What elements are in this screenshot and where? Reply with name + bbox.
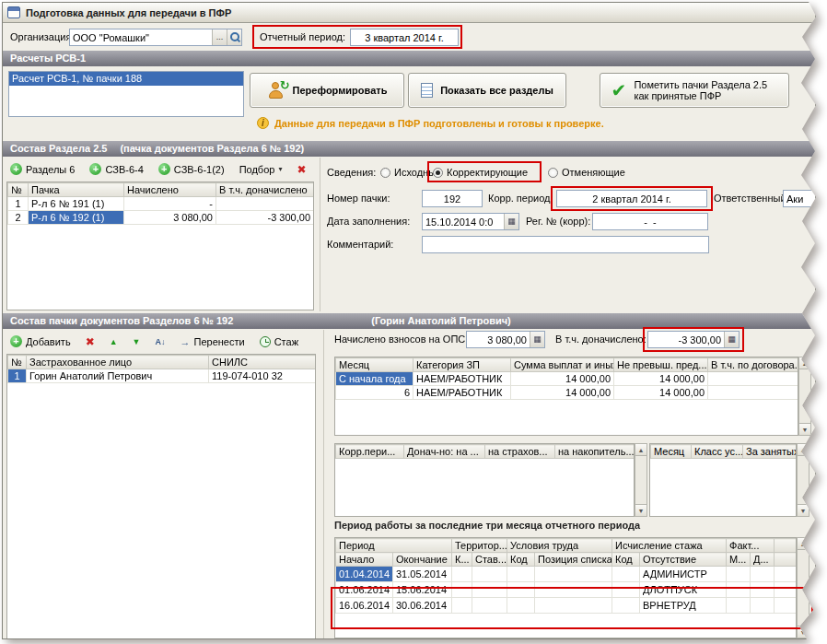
- cell-snils[interactable]: 119-074-010 32: [209, 369, 316, 383]
- add-razdely6-button[interactable]: +Разделы 6: [5, 160, 80, 179]
- extra-sum-field[interactable]: ▦: [647, 331, 740, 348]
- scroll-down-button[interactable]: ▼: [635, 504, 646, 516]
- cell-empty[interactable]: [535, 567, 612, 582]
- col-m[interactable]: М...: [727, 553, 751, 567]
- months-scrollbar[interactable]: ▲ ▼: [798, 357, 811, 436]
- cell-month[interactable]: 6: [336, 386, 414, 400]
- col-code1[interactable]: Код: [507, 553, 535, 567]
- cell-empty[interactable]: [751, 598, 775, 614]
- col-corr-period[interactable]: Корр.пери...: [336, 445, 404, 459]
- cell-num[interactable]: 2: [8, 211, 29, 225]
- cell-empty[interactable]: [775, 582, 797, 598]
- col-rate[interactable]: Став...: [472, 553, 507, 567]
- rsv-list[interactable]: Расчет РСВ-1, № пачки 188: [8, 71, 244, 117]
- grp-conditions[interactable]: Условия труда: [507, 539, 612, 553]
- reform-button[interactable]: ↻ Переформировать: [250, 73, 404, 108]
- move-up-button[interactable]: ▲: [104, 333, 123, 351]
- cell-num[interactable]: 1: [8, 369, 27, 383]
- col-limit[interactable]: Не превыш. пред...: [614, 358, 708, 372]
- cell-empty[interactable]: [472, 582, 507, 598]
- col-position[interactable]: Позиция списка: [535, 553, 612, 567]
- move-down-button[interactable]: ▼: [127, 333, 146, 351]
- table-row[interactable]: 16.06.2014 30.06.2014 ВРНЕТРУД: [336, 598, 797, 614]
- col-funded[interactable]: на накопитель...: [555, 445, 635, 459]
- col-more[interactable]: [775, 553, 797, 567]
- col-start[interactable]: Начало: [336, 553, 393, 567]
- grp-more[interactable]: [775, 539, 797, 553]
- scroll-up-button[interactable]: ▲: [798, 444, 809, 456]
- col-pack[interactable]: Пачка: [29, 183, 124, 197]
- cell-sum[interactable]: 14 000,00: [511, 386, 614, 400]
- podbor-button[interactable]: Подбор▾: [234, 160, 288, 179]
- cell-contract[interactable]: [708, 386, 798, 400]
- cell-empty[interactable]: [775, 567, 797, 582]
- cell-absence[interactable]: ВРНЕТРУД: [640, 598, 727, 614]
- grp-period[interactable]: Период: [336, 539, 452, 553]
- cell-accrued[interactable]: 3 080,00: [124, 211, 216, 225]
- splitter[interactable]: [320, 158, 320, 311]
- table-row[interactable]: 01.06.2014 15.06.2014 ДЛОТПУСК: [336, 582, 797, 598]
- col-month[interactable]: Месяц: [336, 358, 414, 372]
- cell-month[interactable]: С начала года: [336, 372, 414, 386]
- fill-date-field[interactable]: ▦: [422, 213, 519, 230]
- report-period-input[interactable]: [350, 29, 459, 46]
- scroll-up-button[interactable]: ▲: [798, 538, 809, 550]
- col-sum[interactable]: Сумма выплат и иных...: [511, 358, 614, 372]
- col-k[interactable]: К...: [452, 553, 472, 567]
- cell-sum[interactable]: 14 000,00: [511, 372, 614, 386]
- col-num[interactable]: №: [8, 356, 27, 369]
- cell-empty[interactable]: [535, 598, 612, 614]
- col-d[interactable]: Д...: [751, 553, 775, 567]
- delete-pack-button[interactable]: ✖: [291, 160, 311, 179]
- cell-person[interactable]: Горин Анатолий Петрович: [27, 369, 209, 383]
- scroll-up-button[interactable]: ▲: [799, 357, 810, 369]
- comment-input[interactable]: [422, 236, 709, 253]
- cell-empty[interactable]: [507, 567, 535, 582]
- stazh-button[interactable]: Стаж: [254, 333, 304, 351]
- table-row[interactable]: С начала года НАЕМ/РАБОТНИК 14 000,00 14…: [336, 372, 798, 386]
- col-busy[interactable]: За занятых ...: [743, 445, 797, 459]
- cell-empty[interactable]: [751, 582, 775, 598]
- delete-person-button[interactable]: ✖: [80, 333, 100, 351]
- cell-end[interactable]: 15.06.2014: [393, 582, 452, 598]
- transfer-button[interactable]: →Перенести: [175, 333, 250, 351]
- cell-empty[interactable]: [612, 598, 640, 614]
- responsible-input[interactable]: [783, 190, 816, 207]
- table-row[interactable]: 6 НАЕМ/РАБОТНИК 14 000,00 14 000,00: [336, 386, 798, 400]
- rsv-list-item[interactable]: Расчет РСВ-1, № пачки 188: [9, 72, 243, 86]
- table-row[interactable]: 1 Р-л 6 № 191 (1) -: [8, 197, 314, 211]
- splitter[interactable]: [323, 330, 324, 639]
- cell-empty[interactable]: [452, 598, 472, 614]
- ops-calc-button[interactable]: ▦: [530, 332, 544, 347]
- cell-empty[interactable]: [535, 582, 612, 598]
- col-extra[interactable]: В т.ч. доначислено: [216, 183, 314, 197]
- cell-start[interactable]: 01.06.2014: [336, 582, 393, 598]
- cell-pack[interactable]: Р-л 6 № 192 (1): [29, 211, 124, 225]
- mark-accepted-button[interactable]: ✔ Пометить пачки Раздела 2.5 как приняты…: [600, 73, 789, 108]
- col-num[interactable]: №: [8, 183, 29, 197]
- cell-empty[interactable]: [452, 567, 472, 582]
- cell-empty[interactable]: [612, 567, 640, 582]
- table-row[interactable]: 1 Горин Анатолий Петрович 119-074-010 32: [8, 369, 316, 383]
- cell-category[interactable]: НАЕМ/РАБОТНИК: [414, 386, 511, 400]
- sort-button[interactable]: А↓: [150, 333, 171, 351]
- scroll-down-button[interactable]: ▼: [798, 504, 809, 516]
- corr-period-input[interactable]: [556, 190, 707, 207]
- add-szv612-button[interactable]: +СЗВ-6-1(2): [153, 160, 230, 179]
- ops-sum-field[interactable]: ▦: [466, 331, 545, 348]
- table-row[interactable]: 2 Р-л 6 № 192 (1) 3 080,00 -3 300,00: [8, 211, 314, 225]
- grp-fact[interactable]: Факт...: [727, 539, 775, 553]
- cell-contract[interactable]: [708, 372, 798, 386]
- cell-pack[interactable]: Р-л 6 № 191 (1): [29, 197, 124, 211]
- cell-empty[interactable]: [775, 598, 797, 614]
- col-accrued[interactable]: Начислено: [124, 183, 216, 197]
- cell-empty[interactable]: [472, 567, 507, 582]
- extra-calc-button[interactable]: ▦: [724, 332, 739, 347]
- cell-empty[interactable]: [727, 598, 751, 614]
- col-extra-on[interactable]: Донач-но: на ...: [404, 445, 485, 459]
- col-code2[interactable]: Код: [612, 553, 640, 567]
- cell-limit[interactable]: 14 000,00: [614, 372, 708, 386]
- cell-start[interactable]: 01.04.2014: [336, 567, 393, 582]
- col-class[interactable]: Класс ус...: [692, 445, 743, 459]
- reg-no-input[interactable]: [592, 213, 708, 230]
